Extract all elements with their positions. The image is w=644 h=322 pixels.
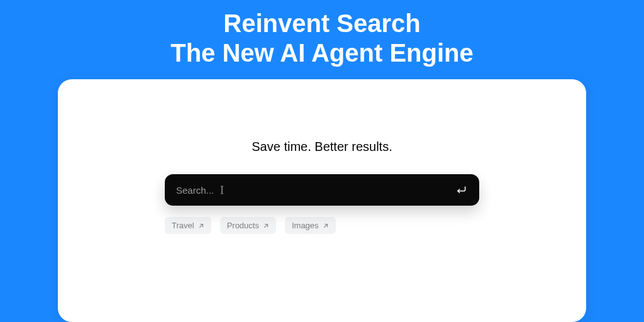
hero-title: Reinvent Search The New AI Agent Engine [170, 9, 474, 68]
arrow-up-right-icon [198, 223, 204, 229]
chip-label: Travel [172, 221, 194, 230]
suggestion-chips: Travel Products Images [165, 217, 479, 234]
tagline: Save time. Better results. [252, 140, 392, 154]
hero-title-line-2: The New AI Agent Engine [170, 39, 474, 67]
chip-products[interactable]: Products [220, 217, 276, 234]
search-input[interactable] [176, 185, 454, 196]
chip-label: Products [227, 221, 259, 230]
search-card: Save time. Better results. Travel [58, 79, 586, 322]
arrow-up-right-icon [263, 223, 269, 229]
chip-travel[interactable]: Travel [165, 217, 211, 234]
arrow-up-right-icon [323, 223, 329, 229]
chip-images[interactable]: Images [285, 217, 336, 234]
search-section: Travel Products Images [165, 174, 479, 234]
hero-title-line-1: Reinvent Search [223, 9, 420, 37]
chip-label: Images [292, 221, 319, 230]
search-bar[interactable] [165, 174, 479, 206]
return-arrow-icon[interactable] [454, 183, 468, 197]
